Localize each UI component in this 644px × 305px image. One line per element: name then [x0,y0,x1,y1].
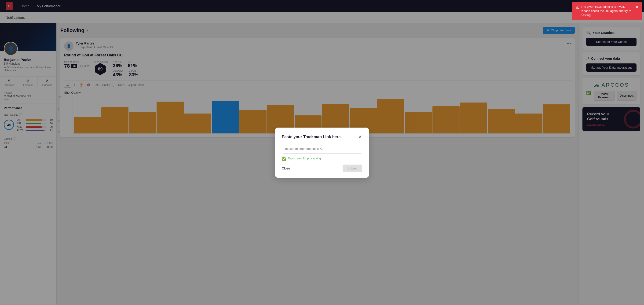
modal-submit-button[interactable]: Submit [342,164,362,172]
modal-close-x-button[interactable]: ✕ [358,134,362,140]
success-check-icon: ✅ [282,156,286,161]
modal-actions: Close Submit [282,164,362,172]
modal-close-button[interactable]: Close [282,166,290,170]
trackman-url-input[interactable] [282,144,362,154]
modal-header: Paste your Trackman Link here. ✕ [282,134,362,140]
toast-close[interactable]: ✕ [635,5,638,10]
trackman-modal: Paste your Trackman Link here. ✕ ✅ Repor… [275,128,369,178]
success-text: Report sent for processing [288,157,321,160]
warning-icon: ⚠ [576,5,579,10]
toast-message: The given trackman link is invalid. Plea… [581,5,634,18]
modal-title: Paste your Trackman Link here. [282,134,342,139]
modal-success-message: ✅ Report sent for processing [282,156,362,161]
modal-overlay[interactable]: Paste your Trackman Link here. ✕ ✅ Repor… [0,0,644,304]
error-toast: ⚠ The given trackman link is invalid. Pl… [572,2,642,20]
